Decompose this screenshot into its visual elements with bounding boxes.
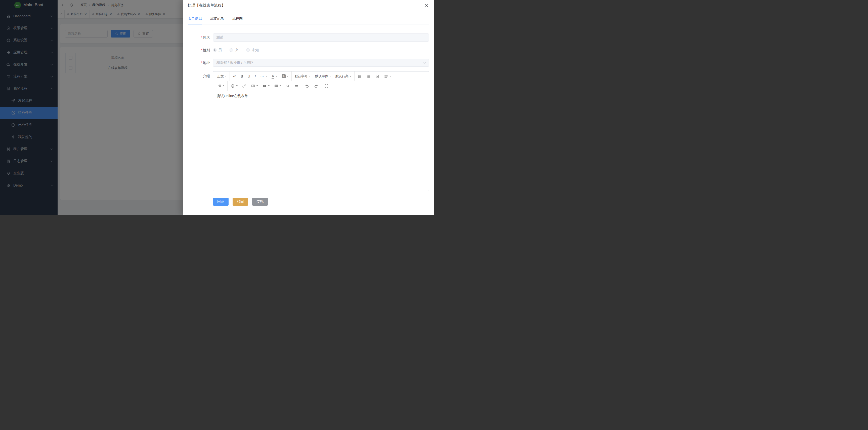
reject-button[interactable]: 驳回: [232, 198, 248, 206]
intro-label: 介绍: [188, 71, 210, 81]
editor-toolbar-group: [321, 81, 332, 91]
editor-dropdown-label: 默认字号: [295, 74, 308, 79]
editor-code-block-button[interactable]: [283, 81, 292, 91]
radio-icon: [229, 48, 233, 52]
editor-toolbar-group: [354, 71, 394, 81]
editor-dropdown-label: 默认字体: [315, 74, 328, 79]
editor-divider-button[interactable]: [292, 81, 301, 91]
drawer-tab-flow-diagram[interactable]: 流程图: [232, 13, 243, 24]
editor-toolbar-group: 正文: [214, 71, 229, 81]
close-icon[interactable]: [424, 3, 429, 8]
editor-video-button[interactable]: [260, 81, 272, 91]
align-icon: [384, 74, 388, 79]
gender-radio-group: 男女未知: [213, 46, 429, 54]
background-color-icon: A: [282, 74, 286, 78]
editor-align-button[interactable]: [382, 71, 393, 81]
editor-toolbar: 正文“BUI⋯AA默认字号默认字体默认行高: [213, 71, 429, 91]
drawer-tab-flow-record[interactable]: 流转记录: [210, 13, 224, 24]
bullet-list-icon: [358, 74, 362, 79]
approve-button[interactable]: 同意: [213, 198, 228, 206]
name-field[interactable]: 测试: [213, 33, 429, 41]
editor-link-button[interactable]: [240, 81, 249, 91]
ordered-list-icon: [366, 74, 371, 79]
editor-toolbar-row: 正文“BUI⋯AA默认字号默认字体默认行高: [213, 71, 429, 81]
table-icon: [274, 84, 278, 88]
dropdown-caret-icon: [256, 85, 258, 86]
image-icon: [251, 84, 255, 88]
radio-icon: [213, 48, 217, 52]
required-asterisk: *: [201, 48, 202, 52]
address-field-row: *地址 湖南省 / 长沙市 / 岳麓区: [188, 59, 429, 67]
editor-toolbar-group: [227, 81, 302, 91]
editor-font-family-button[interactable]: 默认字体: [313, 71, 333, 81]
dropdown-caret-icon: [309, 76, 311, 77]
editor-quote-button[interactable]: “: [230, 71, 238, 81]
address-cascader[interactable]: 湖南省 / 长沙市 / 岳麓区: [213, 59, 429, 67]
editor-fullscreen-button[interactable]: [322, 81, 331, 91]
chevron-down-icon: [423, 61, 426, 63]
dropdown-caret-icon: [276, 76, 277, 77]
address-label: *地址: [188, 59, 210, 67]
editor-paragraph-style-button[interactable]: 正文: [215, 71, 229, 81]
editor-toolbar-group: “BUI⋯AA: [229, 71, 291, 81]
editor-toolbar-group: [302, 81, 321, 91]
italic-icon: I: [255, 74, 256, 78]
required-asterisk: *: [201, 35, 202, 39]
task-list-icon: [375, 74, 379, 79]
rich-text-editor: 正文“BUI⋯AA默认字号默认字体默认行高 测试Online在线表单: [213, 71, 429, 191]
editor-font-size-button[interactable]: 默认字号: [292, 71, 313, 81]
editor-line-height-button[interactable]: 默认行高: [333, 71, 353, 81]
dropdown-caret-icon: [280, 85, 281, 86]
editor-ordered-list-button[interactable]: [364, 71, 373, 81]
editor-toolbar-group: [214, 81, 227, 91]
more-icon: ⋯: [260, 74, 264, 78]
editor-task-list-button[interactable]: [373, 71, 382, 81]
intro-field-row: 介绍 正文“BUI⋯AA默认字号默认字体默认行高 测试Online在线表单: [188, 71, 429, 191]
application-window: Maku Boot Dashboard权限管理系统设置应用管理在线开发流程引擎我…: [0, 0, 434, 215]
fullscreen-icon: [324, 84, 329, 88]
process-form: *姓名 测试 *性别 男女未知 *地址 湖南省 / 长沙市 / 岳麓区: [188, 33, 429, 191]
dropdown-caret-icon: [225, 76, 226, 77]
gender-radio-2[interactable]: 未知: [246, 48, 259, 52]
editor-bullet-list-button[interactable]: [355, 71, 364, 81]
code-block-icon: [286, 84, 290, 88]
dropdown-caret-icon: [390, 76, 391, 77]
editor-dropdown-label: 正文: [217, 74, 224, 79]
radio-label: 女: [235, 48, 239, 52]
editor-italic-button[interactable]: I: [252, 71, 258, 81]
divider-icon: [294, 84, 299, 88]
dropdown-caret-icon: [287, 76, 288, 77]
editor-background-color-button[interactable]: A: [279, 71, 291, 81]
drawer-tabs: 表单信息流转记录流程图: [188, 13, 429, 24]
underline-icon: U: [248, 74, 250, 78]
gender-field-row: *性别 男女未知: [188, 46, 429, 54]
emoji-icon: [230, 84, 235, 88]
indent-icon: [217, 84, 221, 88]
editor-undo-button[interactable]: [303, 81, 312, 91]
drawer-header: 处理【在线表单流程】: [183, 0, 434, 11]
redo-icon: [314, 84, 318, 88]
editor-toolbar-row: [213, 81, 429, 91]
editor-bold-button[interactable]: B: [238, 71, 245, 81]
editor-emoji-button[interactable]: [228, 81, 240, 91]
gender-radio-1[interactable]: 女: [229, 48, 239, 52]
radio-icon: [246, 48, 250, 52]
font-color-icon: A: [272, 74, 274, 79]
radio-label: 男: [218, 48, 222, 52]
gender-radio-0[interactable]: 男: [213, 48, 222, 52]
editor-toolbar-group: 默认字号默认字体默认行高: [291, 71, 354, 81]
drawer-actions: 同意驳回委托: [213, 198, 429, 206]
editor-redo-button[interactable]: [312, 81, 320, 91]
editor-font-color-button[interactable]: A: [269, 71, 279, 81]
editor-underline-button[interactable]: U: [245, 71, 252, 81]
editor-more-styles-button[interactable]: ⋯: [258, 71, 269, 81]
name-label: *姓名: [188, 33, 210, 41]
video-icon: [262, 84, 267, 88]
delegate-button[interactable]: 委托: [252, 198, 268, 206]
dropdown-caret-icon: [223, 85, 224, 86]
editor-content[interactable]: 测试Online在线表单: [213, 91, 429, 191]
drawer-tab-form-info[interactable]: 表单信息: [188, 13, 202, 24]
editor-image-button[interactable]: [249, 81, 260, 91]
editor-indent-button[interactable]: [215, 81, 226, 91]
editor-table-button[interactable]: [272, 81, 283, 91]
